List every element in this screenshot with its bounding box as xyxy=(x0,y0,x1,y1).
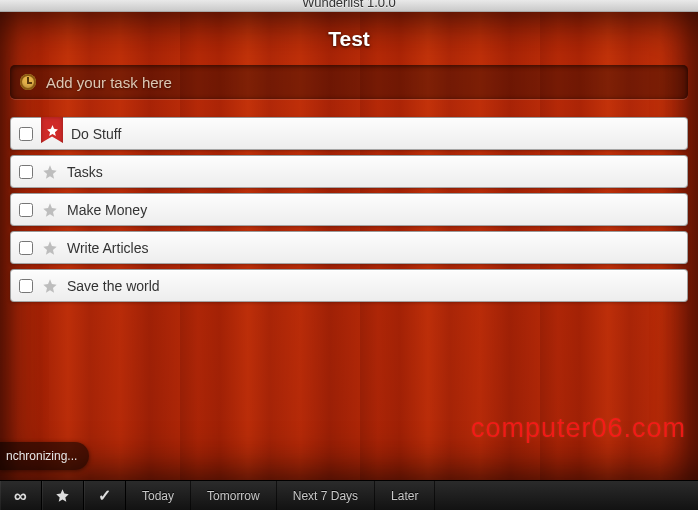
task-star-icon[interactable] xyxy=(41,201,59,219)
list-title: Test xyxy=(10,27,688,51)
tab-today[interactable]: Today xyxy=(126,481,191,510)
filter-starred-button[interactable] xyxy=(42,481,84,510)
task-star-icon[interactable] xyxy=(41,163,59,181)
bottom-toolbar: ∞ ✓ Today Tomorrow Next 7 Days Later xyxy=(0,480,698,510)
sync-status-pill: nchronizing... xyxy=(0,442,89,470)
task-checkbox[interactable] xyxy=(19,241,33,255)
task-checkbox[interactable] xyxy=(19,279,33,293)
task-row[interactable]: Do Stuff xyxy=(10,117,688,150)
tab-next7days[interactable]: Next 7 Days xyxy=(277,481,375,510)
task-checkbox[interactable] xyxy=(19,165,33,179)
tab-tomorrow[interactable]: Tomorrow xyxy=(191,481,277,510)
tab-later[interactable]: Later xyxy=(375,481,435,510)
watermark: computer06.com xyxy=(471,413,686,444)
task-checkbox[interactable] xyxy=(19,203,33,217)
filter-all-button[interactable]: ∞ xyxy=(0,481,42,510)
task-title: Write Articles xyxy=(67,240,148,256)
task-checkbox[interactable] xyxy=(19,127,33,141)
filter-tabs: Today Tomorrow Next 7 Days Later xyxy=(126,481,698,510)
task-title: Make Money xyxy=(67,202,147,218)
add-task-bar[interactable] xyxy=(10,65,688,99)
task-title: Do Stuff xyxy=(71,126,121,142)
task-row[interactable]: Save the world xyxy=(10,269,688,302)
task-row[interactable]: Tasks xyxy=(10,155,688,188)
task-title: Tasks xyxy=(67,164,103,180)
filter-done-button[interactable]: ✓ xyxy=(84,481,126,510)
task-list: Do StuffTasksMake MoneyWrite ArticlesSav… xyxy=(10,117,688,302)
task-row[interactable]: Make Money xyxy=(10,193,688,226)
task-row[interactable]: Write Articles xyxy=(10,231,688,264)
task-title: Save the world xyxy=(67,278,160,294)
task-star-icon[interactable] xyxy=(41,239,59,257)
star-icon xyxy=(55,488,70,503)
add-task-input[interactable] xyxy=(46,74,678,91)
task-star-icon[interactable] xyxy=(41,277,59,295)
window-titlebar: Wunderlist 1.0.0 xyxy=(0,0,698,12)
clock-icon xyxy=(20,74,36,90)
task-star-ribbon[interactable] xyxy=(41,117,63,143)
app-title: Wunderlist 1.0.0 xyxy=(302,0,396,10)
main-panel: Test Do StuffTasksMake MoneyWrite Articl… xyxy=(0,12,698,480)
sync-status-text: nchronizing... xyxy=(6,449,77,463)
